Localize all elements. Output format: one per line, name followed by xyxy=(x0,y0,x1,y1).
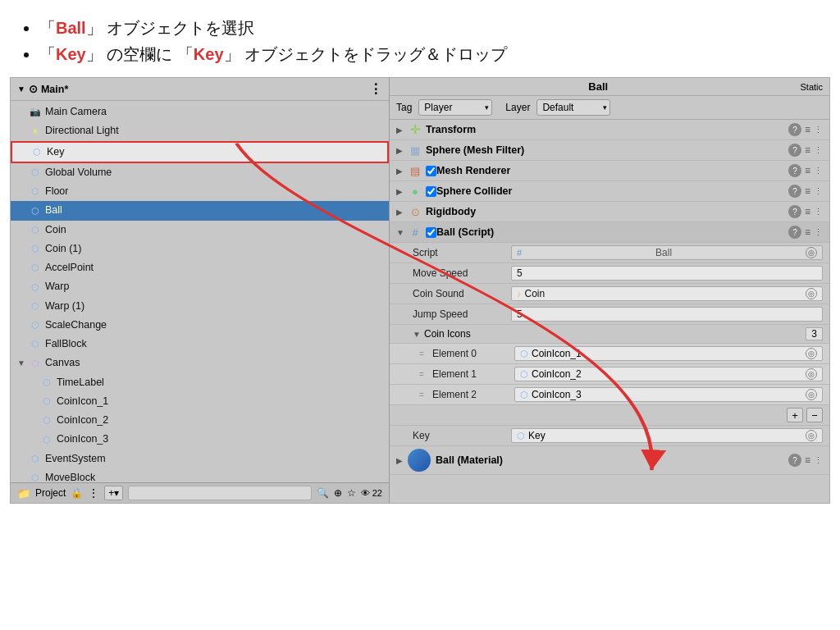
mesh-renderer-component[interactable]: ▶ ▤ Mesh Renderer ? ≡ ⋮ xyxy=(390,161,829,181)
hierarchy-item-coinicon1[interactable]: ⬡ CoinIcon_1 xyxy=(11,392,389,411)
sphere-collider-settings-btn[interactable]: ≡ xyxy=(805,185,810,197)
ball-script-settings-btn[interactable]: ≡ xyxy=(805,226,810,238)
tag-dropdown-wrapper[interactable]: Player ▾ xyxy=(418,99,492,116)
script-dot-btn[interactable]: ◎ xyxy=(806,247,817,258)
sphere-collider-dots[interactable]: ⋮ xyxy=(814,186,823,197)
mesh-renderer-icon: ▤ xyxy=(408,163,422,178)
mesh-filter-settings-btn[interactable]: ≡ xyxy=(805,144,810,156)
hierarchy-item-timelabel[interactable]: ⬡ TimeLabel xyxy=(11,373,389,392)
hierarchy-item-scalechange[interactable]: ⬡ ScaleChange xyxy=(11,316,389,335)
ball-script-dots[interactable]: ⋮ xyxy=(814,227,823,238)
hierarchy-item-key[interactable]: ⬡ Key xyxy=(11,141,389,163)
hierarchy-item-ball[interactable]: ⬡ Ball xyxy=(11,201,389,220)
layer-dropdown[interactable]: Default xyxy=(536,99,610,116)
element-2-drag[interactable]: = xyxy=(419,390,432,399)
filter-icon[interactable]: ⊕ xyxy=(334,487,342,499)
star-icon[interactable]: ☆ xyxy=(347,487,356,499)
rigidbody-component[interactable]: ▶ ⊙ Rigidbody ? ≡ ⋮ xyxy=(390,202,829,222)
coin-icons-arrow: ▼ xyxy=(413,330,424,339)
coinicon3-icon: ⬡ xyxy=(40,433,53,446)
transform-component[interactable]: ▶ ✛ Transform ? ≡ ⋮ xyxy=(390,120,829,140)
coin-sound-dot-btn[interactable]: ◎ xyxy=(806,288,817,299)
script-value: # Ball ◎ xyxy=(511,245,823,260)
transform-help-btn[interactable]: ? xyxy=(788,123,801,136)
ball-material-dots[interactable]: ⋮ xyxy=(814,455,823,466)
transform-dots[interactable]: ⋮ xyxy=(814,125,823,135)
ball-script-icon: # xyxy=(408,225,422,240)
hierarchy-item-accelpoint[interactable]: ⬡ AccelPoint xyxy=(11,258,389,277)
hierarchy-item-coinicon3[interactable]: ⬡ CoinIcon_3 xyxy=(11,430,389,449)
transform-settings-btn[interactable]: ≡ xyxy=(805,124,810,135)
sphere-collider-help-btn[interactable]: ? xyxy=(788,185,801,198)
item-label-scalechange: ScaleChange xyxy=(45,317,107,334)
hierarchy-item-warp-1[interactable]: ⬡ Warp (1) xyxy=(11,297,389,316)
ball-script-help-btn[interactable]: ? xyxy=(788,226,801,239)
hierarchy-item-moveblock[interactable]: ⬡ MoveBlock xyxy=(11,468,389,482)
coin-icons-count[interactable]: 3 xyxy=(806,327,823,340)
jump-speed-value[interactable]: 5 xyxy=(511,307,823,322)
hierarchy-search-input[interactable] xyxy=(128,486,311,500)
element-1-value[interactable]: ⬡ CoinIcon_2 ◎ xyxy=(514,367,823,381)
lock-icon: 🔒 xyxy=(71,487,83,499)
hierarchy-item-coinicon2[interactable]: ⬡ CoinIcon_2 xyxy=(11,411,389,430)
ball-script-checkbox[interactable] xyxy=(426,227,436,238)
layer-dropdown-wrapper[interactable]: Default ▾ xyxy=(536,99,610,116)
mesh-filter-component[interactable]: ▶ ▦ Sphere (Mesh Filter) ? ≡ ⋮ xyxy=(390,140,829,161)
element-1-dot-btn[interactable]: ◎ xyxy=(806,368,817,380)
sphere-collider-component[interactable]: ▶ ● Sphere Collider ? ≡ ⋮ xyxy=(390,181,829,202)
array-remove-btn[interactable]: − xyxy=(806,408,823,422)
element-0-drag[interactable]: = xyxy=(419,349,432,358)
ball-script-arrow: ▼ xyxy=(396,228,408,237)
move-speed-value[interactable]: 5 xyxy=(511,266,823,281)
hierarchy-item-floor[interactable]: ⬡ Floor xyxy=(11,182,389,201)
hierarchy-title: Main* xyxy=(41,84,68,95)
item-label-timelabel: TimeLabel xyxy=(57,374,104,391)
coin-sound-value[interactable]: ♪ Coin ◎ xyxy=(511,286,823,301)
mesh-renderer-dots[interactable]: ⋮ xyxy=(814,166,823,176)
hierarchy-item-main-camera[interactable]: 📷 Main Camera xyxy=(11,103,389,121)
ball-material-row[interactable]: ▶ Ball (Material) ? ≡ ⋮ xyxy=(390,446,829,475)
add-bottom-btn[interactable]: +▾ xyxy=(104,486,123,500)
element-1-drag[interactable]: = xyxy=(419,370,432,379)
rigidbody-settings-btn[interactable]: ≡ xyxy=(805,206,810,217)
ball-material-help-btn[interactable]: ? xyxy=(788,454,801,467)
array-add-btn[interactable]: + xyxy=(787,408,803,422)
sphere-collider-checkbox[interactable] xyxy=(426,186,436,197)
fallblock-icon: ⬡ xyxy=(29,338,42,351)
element-2-value[interactable]: ⬡ CoinIcon_3 ◎ xyxy=(514,387,823,402)
element-0-text: CoinIcon_1 xyxy=(532,348,582,359)
jump-speed-row: Jump Speed 5 xyxy=(390,304,829,325)
mesh-filter-help-btn[interactable]: ? xyxy=(788,144,801,157)
key-dot-btn[interactable]: ◎ xyxy=(806,430,817,441)
move-speed-row: Move Speed 5 xyxy=(390,263,829,284)
hierarchy-menu-icon[interactable]: ⋮ xyxy=(369,81,382,97)
tag-dropdown[interactable]: Player xyxy=(418,99,492,116)
hierarchy-item-directional-light[interactable]: ☀ Directional Light xyxy=(11,121,389,140)
hierarchy-content: 📷 Main Camera ☀ Directional Light ⬡ Key … xyxy=(11,101,389,482)
mesh-renderer-settings-btn[interactable]: ≡ xyxy=(805,165,810,176)
key-property-value[interactable]: ⬡ Key ◎ xyxy=(511,428,823,443)
hierarchy-item-fallblock[interactable]: ⬡ FallBlock xyxy=(11,335,389,354)
hierarchy-item-global-volume[interactable]: ⬡ Global Volume xyxy=(11,163,389,182)
transform-controls: ? ≡ ⋮ xyxy=(788,123,823,136)
rigidbody-help-btn[interactable]: ? xyxy=(788,205,801,218)
mesh-renderer-checkbox[interactable] xyxy=(426,166,436,176)
mesh-renderer-help-btn[interactable]: ? xyxy=(788,164,801,177)
hierarchy-item-canvas[interactable]: ▼ ⬡ Canvas xyxy=(11,354,389,372)
element-0-dot-btn[interactable]: ◎ xyxy=(806,348,817,359)
mesh-filter-dots[interactable]: ⋮ xyxy=(814,145,823,156)
item-label-moveblock: MoveBlock xyxy=(45,469,95,482)
key-cube-icon-inspector: ⬡ xyxy=(517,431,525,441)
element-2-dot-btn[interactable]: ◎ xyxy=(806,389,817,400)
ball-material-settings-btn[interactable]: ≡ xyxy=(805,454,810,466)
ball-script-component-header[interactable]: ▼ # Ball (Script) ? ≡ ⋮ xyxy=(390,222,829,243)
transform-label: Transform xyxy=(426,124,788,135)
hierarchy-item-eventsystem[interactable]: ⬡ EventSystem xyxy=(11,450,389,468)
hierarchy-item-coin-1[interactable]: ⬡ Coin (1) xyxy=(11,240,389,258)
rigidbody-dots[interactable]: ⋮ xyxy=(814,207,823,217)
bottom-menu-icon[interactable]: ⋮ xyxy=(88,486,99,500)
hierarchy-item-warp[interactable]: ⬡ Warp xyxy=(11,277,389,296)
hierarchy-item-coin[interactable]: ⬡ Coin xyxy=(11,221,389,240)
sphere-collider-arrow: ▶ xyxy=(396,187,408,196)
element-0-value[interactable]: ⬡ CoinIcon_1 ◎ xyxy=(514,346,823,361)
